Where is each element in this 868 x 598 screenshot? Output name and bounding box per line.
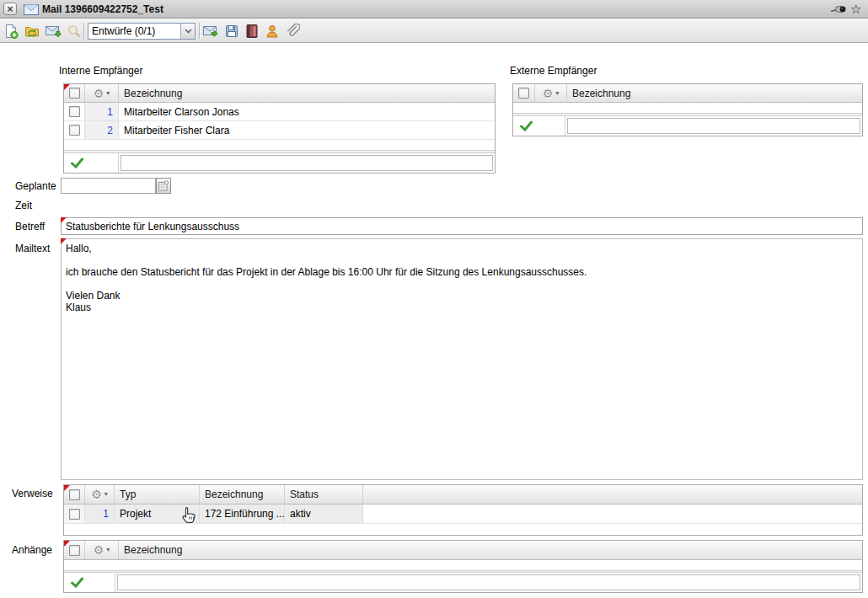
folder-select-value: Entwürfe (0/1) bbox=[88, 24, 180, 39]
check-icon bbox=[71, 577, 83, 588]
column-header-bezeichnung: Bezeichnung bbox=[200, 485, 285, 504]
row-checkbox[interactable] bbox=[64, 103, 85, 120]
column-header-status: Status bbox=[285, 485, 363, 504]
table-header: ⚙▾ Bezeichnung bbox=[513, 84, 862, 103]
gear-icon: ⚙ bbox=[94, 88, 104, 99]
toolbar: Entwürfe (0/1) bbox=[0, 19, 868, 43]
add-attachment-input[interactable] bbox=[117, 574, 860, 590]
gear-icon: ⚙ bbox=[543, 88, 554, 99]
address-book-button[interactable] bbox=[244, 23, 260, 40]
row-bezeichnung[interactable]: Mitarbeiter Fisher Clara bbox=[119, 121, 495, 139]
interne-empfaenger-table: ⚙▾ Bezeichnung 1 Mitarbeiter Clarson Jon… bbox=[63, 83, 496, 174]
table-add-row bbox=[64, 573, 862, 592]
chevron-down-icon: ▾ bbox=[104, 491, 108, 498]
table-add-row bbox=[513, 116, 862, 136]
chevron-down-icon: ▾ bbox=[106, 547, 110, 553]
gear-menu-button[interactable]: ⚙▾ bbox=[85, 485, 115, 504]
confirm-add-button[interactable] bbox=[513, 116, 565, 136]
mailtext-label: Mailtext bbox=[15, 243, 50, 254]
anhaenge-label: Anhänge bbox=[12, 544, 52, 556]
confirm-add-button[interactable] bbox=[64, 153, 119, 173]
required-marker bbox=[64, 485, 70, 491]
required-marker bbox=[64, 84, 70, 90]
table-row[interactable]: 1 Mitarbeiter Clarson Jonas bbox=[64, 103, 495, 121]
toolbar-separator bbox=[199, 23, 200, 39]
receive-mail-button[interactable] bbox=[45, 23, 62, 40]
betreff-input[interactable] bbox=[61, 217, 863, 235]
confirm-add-button[interactable] bbox=[64, 573, 115, 592]
row-checkbox[interactable] bbox=[64, 505, 85, 523]
chevron-down-icon: ▾ bbox=[106, 90, 110, 97]
column-header-typ: Typ bbox=[115, 485, 200, 504]
anhaenge-table: ⚙▾ Bezeichnung bbox=[63, 540, 863, 593]
gear-icon: ⚙ bbox=[91, 489, 102, 500]
mailtext-area[interactable]: Hallo, ich brauche den Statusbericht für… bbox=[61, 238, 863, 480]
hand-cursor-icon bbox=[182, 506, 196, 527]
row-status[interactable]: aktiv bbox=[285, 505, 363, 523]
table-header: ⚙▾ Bezeichnung bbox=[64, 541, 862, 560]
chevron-down-icon[interactable] bbox=[180, 24, 195, 39]
table-header: ⚙▾ Typ Bezeichnung Status bbox=[64, 485, 862, 505]
mail-window: { "window": { "title": "Mail 13966094227… bbox=[0, 0, 868, 598]
required-marker bbox=[64, 541, 70, 547]
chevron-down-icon: ▾ bbox=[555, 90, 559, 97]
table-header: ⚙▾ Bezeichnung bbox=[64, 84, 495, 103]
close-icon[interactable]: × bbox=[3, 3, 17, 15]
column-header-bezeichnung: Bezeichnung bbox=[119, 84, 495, 102]
table-add-row bbox=[64, 153, 495, 173]
gear-menu-button[interactable]: ⚙▾ bbox=[535, 84, 567, 102]
save-button[interactable] bbox=[223, 23, 240, 40]
user-button[interactable] bbox=[264, 23, 281, 40]
table-row[interactable]: 2 Mitarbeiter Fisher Clara bbox=[64, 121, 495, 140]
externe-empfaenger-label: Externe Empfänger bbox=[510, 65, 597, 77]
window-title: Mail 1396609422752_Test bbox=[42, 3, 163, 15]
betreff-label: Betreff bbox=[15, 221, 45, 232]
add-recipient-input[interactable] bbox=[121, 155, 493, 171]
required-marker bbox=[61, 238, 67, 244]
column-header-bezeichnung: Bezeichnung bbox=[119, 541, 862, 559]
check-icon bbox=[520, 120, 533, 131]
calendar-icon bbox=[158, 180, 169, 191]
row-number: 1 bbox=[85, 505, 115, 523]
send-mail-button[interactable] bbox=[202, 23, 219, 40]
geplante-zeit-label: Geplante bbox=[15, 180, 56, 192]
externe-empfaenger-table: ⚙▾ Bezeichnung bbox=[512, 83, 863, 136]
empty-row bbox=[64, 560, 862, 571]
interne-empfaenger-label: Interne Empfänger bbox=[59, 65, 142, 77]
row-bezeichnung[interactable]: Mitarbeiter Clarson Jonas bbox=[119, 103, 495, 120]
row-number: 1 bbox=[85, 103, 119, 120]
column-header-bezeichnung: Bezeichnung bbox=[567, 84, 862, 102]
geplante-zeit-label-2: Zeit bbox=[15, 200, 32, 211]
pin-icon[interactable] bbox=[830, 4, 847, 17]
empty-row bbox=[64, 140, 495, 151]
title-bar: × Mail 1396609422752_Test ☆ bbox=[0, 0, 868, 19]
geplante-zeit-input[interactable] bbox=[61, 178, 156, 194]
check-icon bbox=[71, 158, 83, 168]
toolbar-separator bbox=[83, 23, 84, 39]
column-header-filler bbox=[363, 485, 862, 504]
gear-icon: ⚙ bbox=[94, 544, 104, 556]
required-marker bbox=[61, 217, 67, 223]
row-checkbox[interactable] bbox=[64, 121, 85, 139]
verweise-label: Verweise bbox=[12, 488, 53, 499]
row-bezeichnung[interactable]: 172 Einführung ... bbox=[200, 505, 285, 523]
folder-sync-button[interactable] bbox=[24, 23, 40, 40]
row-number: 2 bbox=[85, 121, 119, 139]
gear-menu-button[interactable]: ⚙▾ bbox=[85, 541, 119, 559]
add-recipient-input[interactable] bbox=[567, 118, 860, 134]
gear-menu-button[interactable]: ⚙▾ bbox=[85, 84, 119, 102]
new-document-button[interactable] bbox=[3, 23, 19, 40]
folder-select[interactable]: Entwürfe (0/1) bbox=[88, 23, 196, 40]
select-all-checkbox[interactable] bbox=[513, 84, 535, 102]
mail-icon bbox=[24, 4, 39, 18]
calendar-picker-button[interactable] bbox=[156, 178, 171, 194]
geplante-zeit-field bbox=[61, 178, 172, 194]
search-icon[interactable] bbox=[66, 23, 83, 40]
row-filler bbox=[363, 505, 862, 523]
star-icon[interactable]: ☆ bbox=[850, 1, 861, 18]
attachment-button[interactable] bbox=[284, 23, 301, 40]
empty-row bbox=[513, 103, 862, 114]
betreff-field bbox=[61, 217, 863, 235]
